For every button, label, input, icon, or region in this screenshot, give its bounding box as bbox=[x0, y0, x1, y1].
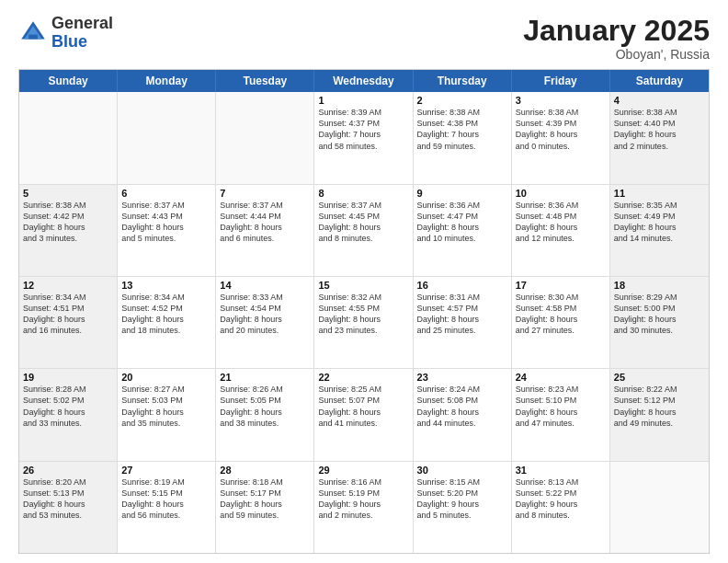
calendar-cell: 8Sunrise: 8:37 AM Sunset: 4:45 PM Daylig… bbox=[314, 185, 413, 276]
day-number: 4 bbox=[614, 95, 705, 106]
cell-info: Sunrise: 8:30 AM Sunset: 4:58 PM Dayligh… bbox=[516, 292, 606, 337]
cell-info: Sunrise: 8:13 AM Sunset: 5:22 PM Dayligh… bbox=[516, 477, 606, 522]
title-block: January 2025 Oboyan', Russia bbox=[523, 15, 710, 62]
day-number: 31 bbox=[516, 465, 606, 476]
day-number: 11 bbox=[614, 188, 705, 199]
day-number: 5 bbox=[23, 188, 113, 199]
day-number: 13 bbox=[121, 280, 211, 291]
cell-info: Sunrise: 8:35 AM Sunset: 4:49 PM Dayligh… bbox=[614, 200, 705, 245]
day-number: 7 bbox=[220, 188, 310, 199]
weekday-header: Saturday bbox=[610, 70, 709, 92]
day-number: 15 bbox=[318, 280, 408, 291]
calendar-cell: 20Sunrise: 8:27 AM Sunset: 5:03 PM Dayli… bbox=[118, 369, 216, 460]
calendar-cell: 18Sunrise: 8:29 AM Sunset: 5:00 PM Dayli… bbox=[610, 277, 709, 368]
calendar-header: SundayMondayTuesdayWednesdayThursdayFrid… bbox=[19, 70, 709, 92]
cell-info: Sunrise: 8:23 AM Sunset: 5:10 PM Dayligh… bbox=[516, 384, 606, 429]
calendar-cell: 29Sunrise: 8:16 AM Sunset: 5:19 PM Dayli… bbox=[314, 462, 413, 553]
logo-general: General bbox=[51, 15, 113, 33]
calendar-cell: 3Sunrise: 8:38 AM Sunset: 4:39 PM Daylig… bbox=[512, 92, 610, 183]
cell-info: Sunrise: 8:38 AM Sunset: 4:39 PM Dayligh… bbox=[516, 107, 606, 152]
calendar-cell: 19Sunrise: 8:28 AM Sunset: 5:02 PM Dayli… bbox=[19, 369, 118, 460]
logo-blue: Blue bbox=[51, 33, 113, 52]
day-number: 2 bbox=[417, 95, 507, 106]
day-number: 30 bbox=[417, 465, 507, 476]
cell-info: Sunrise: 8:22 AM Sunset: 5:12 PM Dayligh… bbox=[614, 384, 705, 429]
cell-info: Sunrise: 8:24 AM Sunset: 5:08 PM Dayligh… bbox=[417, 384, 507, 429]
calendar-cell: 27Sunrise: 8:19 AM Sunset: 5:15 PM Dayli… bbox=[118, 462, 216, 553]
calendar-cell: 10Sunrise: 8:36 AM Sunset: 4:48 PM Dayli… bbox=[512, 185, 610, 276]
logo-icon bbox=[18, 18, 48, 48]
calendar-cell bbox=[610, 462, 709, 553]
cell-info: Sunrise: 8:37 AM Sunset: 4:45 PM Dayligh… bbox=[318, 200, 408, 245]
calendar-cell: 11Sunrise: 8:35 AM Sunset: 4:49 PM Dayli… bbox=[610, 185, 709, 276]
logo: General Blue bbox=[18, 15, 113, 52]
calendar-cell: 23Sunrise: 8:24 AM Sunset: 5:08 PM Dayli… bbox=[414, 369, 512, 460]
cell-info: Sunrise: 8:38 AM Sunset: 4:42 PM Dayligh… bbox=[23, 200, 113, 245]
day-number: 26 bbox=[23, 465, 113, 476]
cell-info: Sunrise: 8:27 AM Sunset: 5:03 PM Dayligh… bbox=[121, 384, 211, 429]
day-number: 20 bbox=[121, 372, 211, 383]
day-number: 14 bbox=[220, 280, 310, 291]
calendar-cell: 28Sunrise: 8:18 AM Sunset: 5:17 PM Dayli… bbox=[216, 462, 314, 553]
weekday-header: Wednesday bbox=[314, 70, 413, 92]
day-number: 9 bbox=[417, 188, 507, 199]
day-number: 3 bbox=[516, 95, 606, 106]
calendar-cell: 26Sunrise: 8:20 AM Sunset: 5:13 PM Dayli… bbox=[19, 462, 118, 553]
day-number: 10 bbox=[516, 188, 606, 199]
calendar-cell bbox=[216, 92, 314, 183]
cell-info: Sunrise: 8:38 AM Sunset: 4:38 PM Dayligh… bbox=[417, 107, 507, 152]
weekday-header: Sunday bbox=[19, 70, 118, 92]
calendar-cell: 24Sunrise: 8:23 AM Sunset: 5:10 PM Dayli… bbox=[512, 369, 610, 460]
weekday-header: Friday bbox=[512, 70, 610, 92]
cell-info: Sunrise: 8:32 AM Sunset: 4:55 PM Dayligh… bbox=[318, 292, 408, 337]
day-number: 28 bbox=[220, 465, 310, 476]
calendar-cell: 17Sunrise: 8:30 AM Sunset: 4:58 PM Dayli… bbox=[512, 277, 610, 368]
cell-info: Sunrise: 8:36 AM Sunset: 4:47 PM Dayligh… bbox=[417, 200, 507, 245]
cell-info: Sunrise: 8:28 AM Sunset: 5:02 PM Dayligh… bbox=[23, 384, 113, 429]
calendar-cell: 16Sunrise: 8:31 AM Sunset: 4:57 PM Dayli… bbox=[414, 277, 512, 368]
calendar-cell: 14Sunrise: 8:33 AM Sunset: 4:54 PM Dayli… bbox=[216, 277, 314, 368]
calendar-cell: 30Sunrise: 8:15 AM Sunset: 5:20 PM Dayli… bbox=[414, 462, 512, 553]
cell-info: Sunrise: 8:34 AM Sunset: 4:51 PM Dayligh… bbox=[23, 292, 113, 337]
cell-info: Sunrise: 8:19 AM Sunset: 5:15 PM Dayligh… bbox=[121, 477, 211, 522]
cell-info: Sunrise: 8:34 AM Sunset: 4:52 PM Dayligh… bbox=[121, 292, 211, 337]
day-number: 22 bbox=[318, 372, 408, 383]
calendar-row: 26Sunrise: 8:20 AM Sunset: 5:13 PM Dayli… bbox=[19, 462, 709, 553]
weekday-header: Thursday bbox=[414, 70, 512, 92]
cell-info: Sunrise: 8:33 AM Sunset: 4:54 PM Dayligh… bbox=[220, 292, 310, 337]
day-number: 23 bbox=[417, 372, 507, 383]
day-number: 12 bbox=[23, 280, 113, 291]
cell-info: Sunrise: 8:38 AM Sunset: 4:40 PM Dayligh… bbox=[614, 107, 705, 152]
calendar-row: 1Sunrise: 8:39 AM Sunset: 4:37 PM Daylig… bbox=[19, 92, 709, 184]
cell-info: Sunrise: 8:16 AM Sunset: 5:19 PM Dayligh… bbox=[318, 477, 408, 522]
month-title: January 2025 bbox=[523, 15, 710, 47]
location: Oboyan', Russia bbox=[523, 47, 710, 62]
calendar-cell: 21Sunrise: 8:26 AM Sunset: 5:05 PM Dayli… bbox=[216, 369, 314, 460]
calendar-cell bbox=[19, 92, 118, 183]
svg-rect-2 bbox=[28, 34, 38, 39]
day-number: 19 bbox=[23, 372, 113, 383]
calendar-cell: 4Sunrise: 8:38 AM Sunset: 4:40 PM Daylig… bbox=[610, 92, 709, 183]
calendar-row: 19Sunrise: 8:28 AM Sunset: 5:02 PM Dayli… bbox=[19, 369, 709, 461]
cell-info: Sunrise: 8:25 AM Sunset: 5:07 PM Dayligh… bbox=[318, 384, 408, 429]
cell-info: Sunrise: 8:29 AM Sunset: 5:00 PM Dayligh… bbox=[614, 292, 705, 337]
day-number: 21 bbox=[220, 372, 310, 383]
calendar: SundayMondayTuesdayWednesdayThursdayFrid… bbox=[18, 69, 710, 554]
day-number: 18 bbox=[614, 280, 705, 291]
cell-info: Sunrise: 8:18 AM Sunset: 5:17 PM Dayligh… bbox=[220, 477, 310, 522]
calendar-cell: 9Sunrise: 8:36 AM Sunset: 4:47 PM Daylig… bbox=[414, 185, 512, 276]
calendar-cell: 1Sunrise: 8:39 AM Sunset: 4:37 PM Daylig… bbox=[314, 92, 413, 183]
calendar-row: 5Sunrise: 8:38 AM Sunset: 4:42 PM Daylig… bbox=[19, 185, 709, 277]
page: General Blue January 2025 Oboyan', Russi… bbox=[0, 0, 728, 563]
calendar-cell: 13Sunrise: 8:34 AM Sunset: 4:52 PM Dayli… bbox=[118, 277, 216, 368]
day-number: 27 bbox=[121, 465, 211, 476]
cell-info: Sunrise: 8:36 AM Sunset: 4:48 PM Dayligh… bbox=[516, 200, 606, 245]
header: General Blue January 2025 Oboyan', Russi… bbox=[18, 15, 710, 62]
day-number: 24 bbox=[516, 372, 606, 383]
cell-info: Sunrise: 8:39 AM Sunset: 4:37 PM Dayligh… bbox=[318, 107, 408, 152]
calendar-cell: 22Sunrise: 8:25 AM Sunset: 5:07 PM Dayli… bbox=[314, 369, 413, 460]
calendar-cell: 12Sunrise: 8:34 AM Sunset: 4:51 PM Dayli… bbox=[19, 277, 118, 368]
cell-info: Sunrise: 8:31 AM Sunset: 4:57 PM Dayligh… bbox=[417, 292, 507, 337]
cell-info: Sunrise: 8:26 AM Sunset: 5:05 PM Dayligh… bbox=[220, 384, 310, 429]
day-number: 6 bbox=[121, 188, 211, 199]
